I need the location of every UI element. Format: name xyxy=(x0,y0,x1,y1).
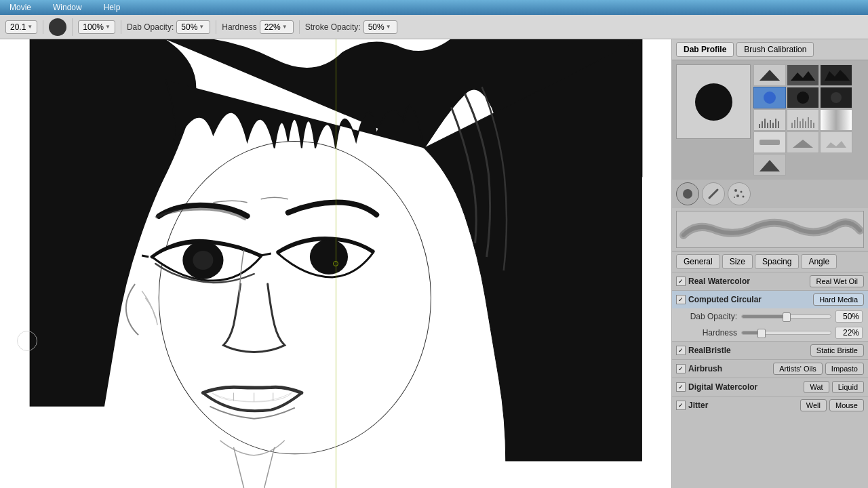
brush-large-preview xyxy=(676,64,751,139)
dab-opacity-thumb[interactable] xyxy=(783,312,791,322)
stroke-opacity-group: Stroke Opacity: 50% ▼ xyxy=(305,20,403,34)
dab-opacity-slider-label: Dab Opacity: xyxy=(683,312,737,321)
brush-size-dropdown[interactable]: 100% ▼ xyxy=(78,20,115,34)
svg-rect-24 xyxy=(805,121,806,128)
hard-media-btn[interactable]: Hard Media xyxy=(813,293,864,306)
real-watercolor-label: Real Watercolor xyxy=(688,277,807,286)
category-realbristle: ✓ RealBristle Static Bristle xyxy=(672,341,868,359)
settings-tab-general[interactable]: General xyxy=(676,254,720,269)
hardness-group: Hardness 22% ▼ xyxy=(222,20,299,34)
dab-opacity-slider-value: 50% xyxy=(835,310,863,323)
brush-type-row xyxy=(672,180,868,208)
real-watercolor-checkbox[interactable]: ✓ xyxy=(676,277,686,286)
category-computed-circular: ✓ Computed Circular Hard Media xyxy=(672,290,868,308)
svg-point-33 xyxy=(736,195,739,197)
brush-thumb-wedge[interactable] xyxy=(787,131,819,153)
svg-rect-19 xyxy=(791,123,793,128)
brush-thumb-3[interactable] xyxy=(820,64,852,86)
brush-thumb-dark1[interactable] xyxy=(787,87,819,108)
settings-tabs: General Size Spacing Angle xyxy=(672,251,868,272)
hardness-caret: ▼ xyxy=(282,24,288,30)
category-real-watercolor: ✓ Real Watercolor Real Wet Oil xyxy=(672,272,868,290)
drawing-canvas[interactable] xyxy=(0,39,671,488)
computed-circular-checkbox[interactable]: ✓ xyxy=(676,295,686,304)
brush-type-scatter[interactable] xyxy=(728,182,751,205)
brush-thumb-gradient[interactable] xyxy=(820,109,852,131)
brush-number-group: 20.1 ▼ xyxy=(5,20,43,34)
category-jitter: ✓ Jitter Well Mouse xyxy=(672,396,868,414)
menu-movie[interactable]: Movie xyxy=(5,1,35,14)
svg-rect-20 xyxy=(794,120,795,128)
svg-point-1 xyxy=(159,141,431,453)
stroke-opacity-display: 50% xyxy=(368,22,384,32)
title-bar: Movie Window Help xyxy=(0,0,868,15)
svg-rect-21 xyxy=(797,117,798,128)
menu-help[interactable]: Help xyxy=(100,1,125,14)
brush-number-value: 20.1 xyxy=(10,22,26,32)
stroke-opacity-caret: ▼ xyxy=(386,24,391,30)
main-area: Dab Profile Brush Calibration xyxy=(0,39,868,488)
well-btn[interactable]: Well xyxy=(800,399,827,411)
brush-thumb-soft[interactable] xyxy=(820,131,852,153)
svg-rect-17 xyxy=(775,119,776,128)
brush-thumb-circle[interactable] xyxy=(753,87,786,108)
artists-oils-btn[interactable]: Artists' Oils xyxy=(773,363,823,375)
dab-opacity-value[interactable]: 50% ▼ xyxy=(176,20,210,34)
liquid-btn[interactable]: Liquid xyxy=(832,381,864,393)
dab-opacity-caret: ▼ xyxy=(199,24,204,30)
stroke-opacity-label: Stroke Opacity: xyxy=(305,22,361,32)
digital-watercolor-checkbox[interactable]: ✓ xyxy=(676,382,686,392)
settings-tab-spacing[interactable]: Spacing xyxy=(755,254,799,269)
svg-point-35 xyxy=(734,197,735,198)
brush-thumb-2[interactable] xyxy=(787,64,819,86)
realbristle-checkbox[interactable]: ✓ xyxy=(676,346,686,355)
svg-point-8 xyxy=(764,92,776,104)
brush-thumb-grass2[interactable] xyxy=(787,109,819,131)
svg-rect-14 xyxy=(767,123,768,128)
hardness-value[interactable]: 22% ▼ xyxy=(260,20,294,34)
svg-rect-16 xyxy=(772,123,774,128)
digital-watercolor-label: Digital Watercolor xyxy=(688,382,801,392)
tab-brush-calibration[interactable]: Brush Calibration xyxy=(736,42,814,57)
dab-opacity-track[interactable] xyxy=(741,314,831,319)
menu-window[interactable]: Window xyxy=(49,1,86,14)
hardness-slider-label: Hardness xyxy=(683,328,737,338)
real-wet-oil-btn[interactable]: Real Wet Oil xyxy=(810,275,864,287)
jitter-checkbox[interactable]: ✓ xyxy=(676,401,686,410)
tab-dab-profile[interactable]: Dab Profile xyxy=(676,42,734,57)
category-digital-watercolor: ✓ Digital Watercolor Wat Liquid xyxy=(672,378,868,396)
mouse-btn[interactable]: Mouse xyxy=(829,399,864,411)
airbrush-checkbox[interactable]: ✓ xyxy=(676,364,686,373)
dab-opacity-slider-row: Dab Opacity: 50% xyxy=(672,308,868,325)
settings-tab-size[interactable]: Size xyxy=(722,254,753,269)
stroke-opacity-value[interactable]: 50% ▼ xyxy=(363,20,397,34)
svg-rect-12 xyxy=(762,121,763,128)
brush-preview-group xyxy=(49,18,73,36)
brush-size-caret: ▼ xyxy=(105,24,111,30)
brush-thumb-dark2[interactable] xyxy=(820,87,852,108)
brush-thumb-1[interactable] xyxy=(753,64,786,86)
dab-opacity-label: Dab Opacity: xyxy=(127,22,174,32)
svg-point-29 xyxy=(683,189,692,199)
brush-thumb-flat[interactable] xyxy=(753,131,786,153)
canvas-area[interactable] xyxy=(0,39,671,488)
brush-thumb-grass1[interactable] xyxy=(753,109,786,131)
svg-rect-11 xyxy=(759,124,760,128)
impasto-btn[interactable]: Impasto xyxy=(825,363,864,375)
brush-thumb-triangle[interactable] xyxy=(753,154,786,176)
brush-thumb-grid xyxy=(753,64,852,176)
dab-opacity-fill xyxy=(742,315,787,318)
brush-number-display[interactable]: 20.1 ▼ xyxy=(5,20,37,34)
static-bristle-btn[interactable]: Static Bristle xyxy=(810,344,864,357)
svg-rect-15 xyxy=(770,120,771,128)
brush-type-round[interactable] xyxy=(676,182,699,205)
hardness-track[interactable] xyxy=(741,331,831,335)
brush-type-slash[interactable] xyxy=(702,182,725,205)
brush-size-value: 100% xyxy=(83,22,104,32)
wat-btn[interactable]: Wat xyxy=(804,381,829,393)
category-airbrush: ✓ Airbrush Artists' Oils Impasto xyxy=(672,359,868,378)
hardness-thumb[interactable] xyxy=(757,329,766,338)
brush-circle-preview xyxy=(49,18,66,36)
settings-tab-angle[interactable]: Angle xyxy=(801,254,837,269)
svg-point-3 xyxy=(193,251,213,270)
